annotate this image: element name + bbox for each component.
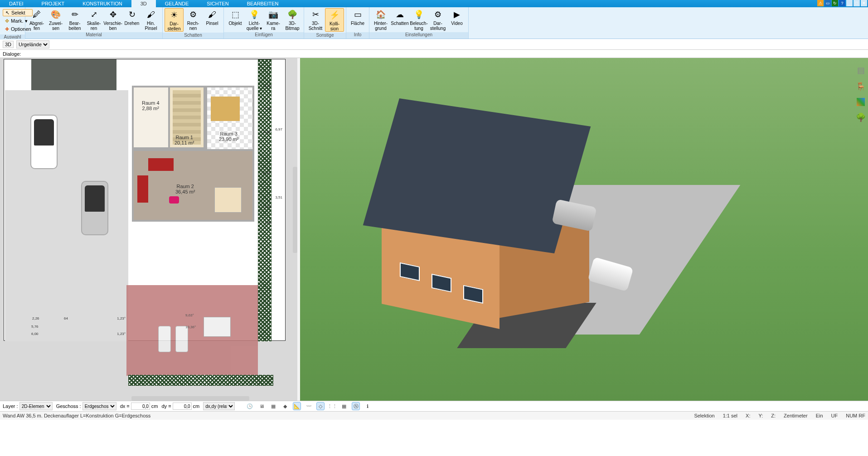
other-button-1[interactable]: ⚡Kolli- sion <box>325 8 344 32</box>
dim-176b: 1,76 <box>264 204 272 209</box>
material-button-3[interactable]: ⤢Skalie- ren <box>84 8 103 31</box>
snap-grid-icon[interactable]: ◇ <box>316 402 325 410</box>
insert-button-0[interactable]: ⬚Objekt <box>226 8 245 26</box>
material-label-0: Abgrei- fen <box>29 21 44 31</box>
warning-icon[interactable]: ⚠ <box>817 0 824 6</box>
minimize-button[interactable]: _ <box>846 0 853 6</box>
help-icon[interactable]: ? <box>839 0 845 6</box>
materials-icon[interactable] <box>857 98 865 106</box>
menu-konstruktion[interactable]: KONSTRUKTION <box>73 0 131 7</box>
grid-mesh-icon[interactable]: ▦ <box>340 402 348 410</box>
grid-dots-icon[interactable]: ⋮⋮ <box>328 402 336 410</box>
status-ratio: 1:1 sel <box>723 413 737 418</box>
shadow-button-2[interactable]: 🖌Pinsel <box>203 8 222 26</box>
insert-icon-2: 📷 <box>268 9 279 20</box>
coordinate-bar: Layer : 2D-Elemen Geschoss : Erdgeschos … <box>0 401 868 412</box>
furniture-icon[interactable]: 🪑 <box>856 82 866 92</box>
snap-angle-icon[interactable]: 📐 <box>293 402 301 410</box>
dim-176a: 1,76 <box>264 107 272 111</box>
room2-name: Raum 2 <box>176 184 194 189</box>
monitor-icon[interactable]: 🖥 <box>257 402 266 410</box>
2d-plan-viewport[interactable]: 2,26 64 5,76 6,00 1,23° 1,23° Raum 42,88… <box>0 58 297 401</box>
material-button-2[interactable]: ✏Bear- beiten <box>65 8 84 31</box>
terrace: 9,63° 10,36° <box>126 285 258 376</box>
shadow-icon-0: ☀ <box>169 10 179 20</box>
other-icon-1: ⚡ <box>329 10 340 20</box>
dim-697: 6,97 <box>275 127 282 131</box>
ribbon-toolbar: ↖Selekt ✥Mark.▾ ✚Optionen Auswahl 🖉Abgre… <box>0 7 868 39</box>
info-button-0[interactable]: ▭Fläche <box>348 8 367 26</box>
settings-label-1: Schatten <box>391 21 408 26</box>
menu-sichten[interactable]: SICHTEN <box>198 0 238 7</box>
menu-bearbeiten[interactable]: BEARBEITEN <box>238 0 288 7</box>
plan-canvas: 2,26 64 5,76 6,00 1,23° 1,23° Raum 42,88… <box>4 59 286 341</box>
settings-icon-3: ⚙ <box>432 9 443 20</box>
info-icon[interactable]: ℹ <box>364 402 372 410</box>
layer-label: Layer : <box>3 403 18 409</box>
armchair <box>169 196 179 204</box>
material-label-5: Drehen <box>125 21 140 26</box>
dy-input[interactable] <box>173 403 192 410</box>
insert-button-2[interactable]: 📷Kame- ra <box>264 8 283 31</box>
shadow-button-0[interactable]: ☀Dar- stellen <box>165 8 184 32</box>
other-label-1: Kolli- sion <box>330 21 339 31</box>
settings-button-1[interactable]: ☁Schatten <box>390 8 409 26</box>
scrollbar-horizontal[interactable] <box>131 396 249 401</box>
material-button-1[interactable]: 🎨Zuwei- sen <box>46 8 65 31</box>
snap-line-icon[interactable]: 〰 <box>305 402 313 410</box>
refresh-icon[interactable]: ↻ <box>832 0 838 6</box>
settings-icon-4: ▶ <box>451 9 462 20</box>
close-button[interactable]: ✕ <box>861 0 867 6</box>
floor-select[interactable]: Erdgeschos <box>82 402 116 410</box>
clock-icon[interactable]: 🕓 <box>246 402 254 410</box>
menu-projekt[interactable]: PROJEKT <box>33 0 74 7</box>
maximize-button[interactable]: □ <box>853 0 860 6</box>
car-silver-1 <box>81 181 108 235</box>
insert-button-3[interactable]: 🌳3D- Bitmap <box>283 8 302 31</box>
menu-3d[interactable]: 3D <box>131 0 156 7</box>
sofa-top <box>148 158 174 171</box>
layer-select[interactable]: 2D-Elemen <box>19 402 53 410</box>
group-schatten: Schatten <box>163 33 223 39</box>
lounger-1 <box>158 326 171 352</box>
dx-input[interactable] <box>131 403 150 410</box>
room-living: Raum 236,45 m² <box>132 149 254 222</box>
status-ein: Ein <box>816 413 823 418</box>
settings-label-3: Dar- stellung <box>430 21 446 31</box>
material-button-6[interactable]: 🖌Hin. Pinsel <box>141 8 160 31</box>
layer-dropdown[interactable]: Urgelände <box>16 40 49 49</box>
floor-label: Geschoss : <box>56 403 81 409</box>
north-icon[interactable]: Ⓝ <box>352 402 360 410</box>
plants-icon[interactable]: 🌳 <box>856 112 866 122</box>
dy-label: dy = <box>161 403 171 409</box>
settings-button-0[interactable]: 🏠Hinter- grund <box>371 8 390 31</box>
coord-mode-select[interactable]: dx,dy (relativ ka <box>203 402 235 410</box>
stack-icon[interactable]: ▦ <box>269 402 277 410</box>
dim-109: 1,09 <box>264 84 272 88</box>
shadow-button-1[interactable]: ⚙Rech- nen <box>184 8 203 31</box>
window-2 <box>432 274 451 292</box>
settings-button-2[interactable]: 💡Beleuch- tung <box>409 8 428 31</box>
group-sonstige: Sonstige <box>304 33 346 39</box>
display-icon[interactable]: ▭ <box>824 0 831 6</box>
layers-icon[interactable]: ▤ <box>856 65 866 75</box>
other-button-0[interactable]: ✂3D- Schnitt <box>306 8 325 31</box>
material-button-5[interactable]: ↻Drehen <box>122 8 141 26</box>
settings-button-4[interactable]: ▶Video <box>447 8 466 26</box>
snap-point-icon[interactable]: ◆ <box>281 402 289 410</box>
settings-button-3[interactable]: ⚙Dar- stellung <box>428 8 447 31</box>
dim-212: 2,12° <box>263 171 272 175</box>
material-label-2: Bear- beiten <box>68 21 81 31</box>
scrollbar-vertical[interactable] <box>293 167 297 253</box>
3d-viewport[interactable] <box>300 58 868 401</box>
material-button-0[interactable]: 🖉Abgrei- fen <box>27 8 46 31</box>
material-button-4[interactable]: ✥Verschie- ben <box>103 8 122 31</box>
insert-button-1[interactable]: 💡Licht- quelle ▾ <box>245 8 264 31</box>
status-bar: Wand AW 36,5 m. Deckenauflager L=Konstru… <box>0 412 868 420</box>
group-info: Info <box>346 32 369 39</box>
material-icon-4: ✥ <box>107 9 118 20</box>
menu-gelaende[interactable]: GELÄNDE <box>156 0 198 7</box>
material-icon-5: ↻ <box>126 9 137 20</box>
menu-datei[interactable]: DATEI <box>0 0 33 7</box>
room3-name: Raum 3 <box>220 131 238 136</box>
